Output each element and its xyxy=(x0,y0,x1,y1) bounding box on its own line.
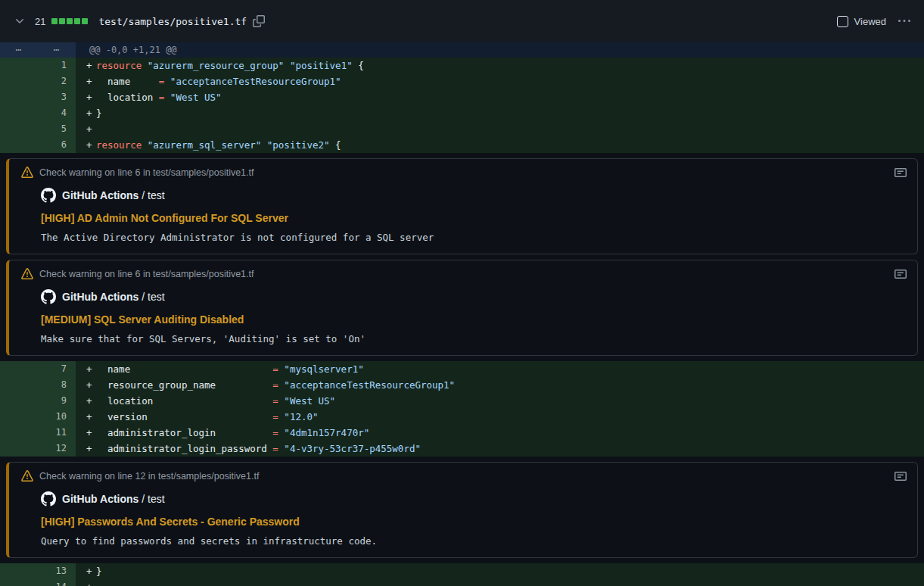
addition-marker: + xyxy=(86,393,96,409)
line-number[interactable]: 12 xyxy=(0,441,76,457)
addition-marker: + xyxy=(86,73,96,89)
addition-marker: + xyxy=(86,105,96,121)
check-annotation: Check warning on line 6 in test/samples/… xyxy=(6,158,918,254)
annotation-tool: GitHub Actions / test xyxy=(41,491,907,507)
code-line: +} xyxy=(76,105,924,121)
line-number[interactable]: 9 xyxy=(0,393,76,409)
annotation-header: Check warning on line 6 in test/samples/… xyxy=(21,268,907,280)
annotation-description: Query to find passwords and secrets in i… xyxy=(41,535,907,547)
code-line: +} xyxy=(76,563,924,579)
tool-name-link[interactable]: GitHub Actions xyxy=(62,189,138,201)
line-number[interactable]: 10 xyxy=(0,409,76,425)
annotation-body: GitHub Actions / test [HIGH] AD Admin No… xyxy=(21,188,907,243)
addition-marker: + xyxy=(86,137,96,153)
changes-count: 21 xyxy=(35,16,45,27)
tool-suffix-link[interactable]: / test xyxy=(142,189,164,201)
tool-name-link[interactable]: GitHub Actions xyxy=(62,493,138,505)
warning-icon xyxy=(21,470,33,482)
line-number[interactable]: 5 xyxy=(0,121,76,137)
file-path-link[interactable]: test/samples/positive1.tf xyxy=(98,16,247,27)
line-number[interactable]: 8 xyxy=(0,377,76,393)
expand-down-icon[interactable]: ⋯ xyxy=(38,42,76,58)
annotation-header: Check warning on line 6 in test/samples/… xyxy=(21,167,907,179)
diff-row: 9+ location = "West US" xyxy=(0,393,924,409)
diff-lines-section: 1+resource "azurerm_resource_group" "pos… xyxy=(0,58,924,153)
code-line: + version = "12.0" xyxy=(76,409,924,425)
diff-row: 14+ xyxy=(0,579,924,586)
line-number[interactable]: 3 xyxy=(0,89,76,105)
diffstat-block xyxy=(51,18,58,24)
addition-marker: + xyxy=(86,425,96,441)
addition-marker: + xyxy=(86,361,96,377)
hunk-row: ⋯ ⋯ @@ -0,0 +1,21 @@ xyxy=(0,42,924,58)
tool-name-link[interactable]: GitHub Actions xyxy=(62,291,138,303)
diff-row: 6+resource "azurerm_sql_server" "positiv… xyxy=(0,137,924,153)
diff-view: 21 test/samples/positive1.tf Viewed ⋯ ⋯ … xyxy=(0,0,924,586)
code-line: + location = "West US" xyxy=(76,89,924,105)
code-line: + xyxy=(76,579,924,586)
line-number[interactable]: 13 xyxy=(0,563,76,579)
chevron-down-icon[interactable] xyxy=(14,15,26,27)
annotation-title: [MEDIUM] SQL Server Auditing Disabled xyxy=(41,313,907,326)
annotation-note-icon[interactable] xyxy=(894,470,907,482)
diff-row: 4+} xyxy=(0,105,924,121)
annotation-title: [HIGH] Passwords And Secrets - Generic P… xyxy=(41,516,907,528)
code-line: +resource "azurerm_sql_server" "positive… xyxy=(76,137,924,153)
annotation-body: GitHub Actions / test [HIGH] Passwords A… xyxy=(21,491,907,547)
check-annotation: Check warning on line 12 in test/samples… xyxy=(6,462,918,558)
annotation-header-text: Check warning on line 6 in test/samples/… xyxy=(39,167,254,178)
annotation-title: [HIGH] AD Admin Not Configured For SQL S… xyxy=(41,212,907,224)
copy-icon[interactable] xyxy=(253,15,265,27)
diff-row: 3+ location = "West US" xyxy=(0,89,924,105)
annotation-description: The Active Directory Administrator is no… xyxy=(41,232,907,243)
viewed-toggle[interactable]: Viewed xyxy=(837,16,886,27)
code-line: +resource "azurerm_resource_group" "posi… xyxy=(76,58,924,73)
addition-marker: + xyxy=(86,563,96,579)
expand-up-icon[interactable]: ⋯ xyxy=(0,42,38,58)
code-line: + xyxy=(76,121,924,137)
annotation-note-icon[interactable] xyxy=(894,167,907,179)
hunk-header: @@ -0,0 +1,21 @@ xyxy=(76,42,924,58)
diff-lines-section: 13+}14+ xyxy=(0,563,924,586)
code-line: + resource_group_name = "acceptanceTestR… xyxy=(76,377,924,393)
tool-suffix-link[interactable]: / test xyxy=(142,493,164,505)
warning-icon xyxy=(21,167,33,179)
annotation-header-text: Check warning on line 12 in test/samples… xyxy=(39,471,259,482)
diff-row: 10+ version = "12.0" xyxy=(0,409,924,425)
diffstat-block xyxy=(74,18,80,24)
diffstat[interactable] xyxy=(51,18,88,24)
annotation-note-icon[interactable] xyxy=(894,268,907,280)
check-annotation: Check warning on line 6 in test/samples/… xyxy=(6,260,918,356)
line-number[interactable]: 14 xyxy=(0,579,76,586)
tool-suffix-link[interactable]: / test xyxy=(142,291,164,303)
viewed-checkbox[interactable] xyxy=(837,16,848,27)
github-logo-icon xyxy=(41,188,56,203)
line-number[interactable]: 1 xyxy=(0,58,76,73)
diff-row: 5+ xyxy=(0,121,924,137)
line-number[interactable]: 4 xyxy=(0,105,76,121)
diff-row: 11+ administrator_login = "4dm1n157r470r… xyxy=(0,425,924,441)
line-number[interactable]: 2 xyxy=(0,73,76,89)
line-number[interactable]: 11 xyxy=(0,425,76,441)
github-logo-icon xyxy=(41,491,56,507)
addition-marker: + xyxy=(86,58,96,73)
diff-lines-section: 7+ name = "mysqlserver1"8+ resource_grou… xyxy=(0,361,924,457)
code-line: + name = "mysqlserver1" xyxy=(76,361,924,377)
hunk-gutter: ⋯ ⋯ xyxy=(0,42,76,58)
addition-marker: + xyxy=(86,89,96,105)
diff-row: 1+resource "azurerm_resource_group" "pos… xyxy=(0,58,924,73)
diffstat-block xyxy=(67,18,73,24)
line-number[interactable]: 7 xyxy=(0,361,76,377)
line-number[interactable]: 6 xyxy=(0,137,76,153)
annotation-header: Check warning on line 12 in test/samples… xyxy=(21,470,907,482)
diff-row: 8+ resource_group_name = "acceptanceTest… xyxy=(0,377,924,393)
diffstat-block xyxy=(59,18,65,24)
code-line: + location = "West US" xyxy=(76,393,924,409)
diff-row: 7+ name = "mysqlserver1" xyxy=(0,361,924,377)
diff-row: 2+ name = "acceptanceTestResourceGroup1" xyxy=(0,73,924,89)
kebab-menu-icon[interactable] xyxy=(898,15,910,27)
code-line: + administrator_login = "4dm1n157r470r" xyxy=(76,425,924,441)
diffstat-block xyxy=(82,18,88,24)
annotation-body: GitHub Actions / test [MEDIUM] SQL Serve… xyxy=(21,289,907,344)
code-line: + administrator_login_password = "4-v3ry… xyxy=(76,441,924,457)
